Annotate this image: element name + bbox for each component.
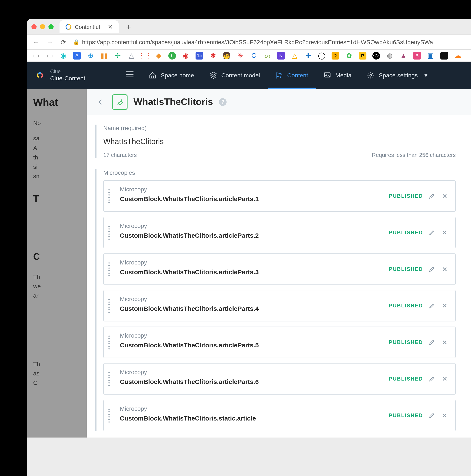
edit-icon[interactable] bbox=[428, 192, 436, 200]
nav-content-model[interactable]: Content model bbox=[202, 62, 268, 89]
bookmark-icon[interactable]: ⊕ bbox=[87, 52, 94, 59]
name-input[interactable] bbox=[103, 136, 456, 149]
drag-handle-icon[interactable] bbox=[104, 217, 114, 248]
bookmark-icon[interactable]: </> bbox=[372, 52, 380, 59]
microcopy-item[interactable]: MicrocopyCustomBlock.WhatIsTheClitoris.s… bbox=[103, 400, 456, 431]
space-switcher[interactable]: Clue Clue-Content bbox=[27, 62, 141, 89]
remove-icon[interactable] bbox=[441, 339, 449, 346]
edit-icon[interactable] bbox=[428, 412, 436, 419]
bookmark-icon[interactable]: ✚ bbox=[304, 52, 312, 59]
bookmark-icon[interactable]: P bbox=[359, 52, 366, 59]
edit-icon[interactable] bbox=[428, 302, 436, 309]
field-label: Name (required) bbox=[103, 125, 456, 131]
bookmark-icon[interactable]: ▭ bbox=[32, 52, 40, 59]
microcopy-item[interactable]: MicrocopyCustomBlock.WhatIsTheClitoris.a… bbox=[103, 290, 456, 322]
microcopy-item[interactable]: MicrocopyCustomBlock.WhatIsTheClitoris.a… bbox=[103, 217, 456, 248]
bookmark-icon[interactable] bbox=[440, 52, 448, 59]
bookmark-icon[interactable]: ᔕ bbox=[264, 52, 271, 59]
drag-handle-icon[interactable] bbox=[104, 327, 114, 357]
bookmark-icon[interactable]: ☁ bbox=[454, 52, 462, 59]
chevron-down-icon: ▾ bbox=[424, 72, 427, 79]
bookmark-icon[interactable]: ▲ bbox=[400, 52, 407, 59]
bookmark-icon[interactable]: ◉ bbox=[182, 52, 190, 59]
remove-icon[interactable] bbox=[441, 265, 449, 273]
help-icon[interactable]: ? bbox=[219, 98, 227, 106]
bookmark-icon[interactable]: ▮▮ bbox=[100, 52, 108, 59]
back-button[interactable]: ← bbox=[32, 38, 40, 46]
browser-window: Contentful ✕ ＋ ← → ⟳ 🔒 https://app.conte… bbox=[27, 19, 471, 476]
remove-icon[interactable] bbox=[441, 192, 449, 200]
microcopy-type-label: Microcopy bbox=[120, 186, 383, 193]
address-bar[interactable]: 🔒 https://app.contentful.com/spaces/juau… bbox=[73, 39, 466, 46]
microcopy-actions: PUBLISHED bbox=[389, 181, 455, 211]
maximize-window-button[interactable] bbox=[49, 24, 53, 29]
minimize-window-button[interactable] bbox=[40, 24, 45, 29]
microcopy-main: MicrocopyCustomBlock.WhatIsTheClitoris.s… bbox=[114, 400, 389, 431]
panel-header: WhatIsTheClitoris ? bbox=[87, 89, 471, 115]
status-badge: PUBLISHED bbox=[389, 266, 423, 272]
bookmark-icon[interactable]: ✱ bbox=[209, 52, 217, 59]
drag-handle-icon[interactable] bbox=[104, 290, 114, 321]
bookmark-icon[interactable]: ◆ bbox=[155, 52, 162, 59]
microcopy-item[interactable]: MicrocopyCustomBlock.WhatIsTheClitoris.a… bbox=[103, 254, 456, 285]
bookmark-icon[interactable]: △ bbox=[291, 52, 298, 59]
remove-icon[interactable] bbox=[441, 302, 449, 309]
microcopy-type-label: Microcopy bbox=[120, 222, 383, 229]
bookmark-icon[interactable]: 🧑 bbox=[223, 52, 230, 59]
microcopy-key: CustomBlock.WhatIsTheClitoris.articlePar… bbox=[120, 195, 383, 202]
edit-icon[interactable] bbox=[428, 265, 436, 273]
edit-icon[interactable] bbox=[428, 375, 436, 383]
status-badge: PUBLISHED bbox=[389, 339, 423, 345]
microcopy-key: CustomBlock.WhatIsTheClitoris.static.art… bbox=[120, 415, 383, 422]
bookmark-icon[interactable]: ◯ bbox=[318, 52, 326, 59]
nav-space-home[interactable]: Space home bbox=[141, 62, 202, 89]
modal-backdrop[interactable] bbox=[27, 89, 87, 438]
bookmark-icon[interactable]: ▭ bbox=[46, 52, 53, 59]
nav-media[interactable]: Media bbox=[316, 62, 359, 89]
bookmark-icon[interactable]: ◉ bbox=[60, 52, 67, 59]
bookmark-icon[interactable]: B bbox=[413, 52, 421, 59]
bookmark-icon[interactable]: 15 bbox=[196, 52, 203, 59]
remove-icon[interactable] bbox=[441, 375, 449, 383]
bookmark-icon[interactable]: b bbox=[168, 52, 176, 59]
edit-icon[interactable] bbox=[428, 229, 436, 237]
microcopy-item[interactable]: MicrocopyCustomBlock.WhatIsTheClitoris.a… bbox=[103, 326, 456, 358]
back-button[interactable] bbox=[94, 96, 106, 108]
drag-handle-icon[interactable] bbox=[104, 400, 114, 431]
bookmark-icon[interactable]: ✢ bbox=[114, 52, 122, 59]
close-window-button[interactable] bbox=[32, 24, 36, 29]
entry-title: WhatIsTheClitoris bbox=[134, 96, 213, 107]
microcopy-actions: PUBLISHED bbox=[389, 217, 455, 248]
remove-icon[interactable] bbox=[441, 412, 449, 419]
forward-button[interactable]: → bbox=[46, 38, 53, 46]
bookmark-icon[interactable]: N bbox=[277, 52, 285, 59]
drag-handle-icon[interactable] bbox=[104, 181, 114, 211]
bookmark-icon[interactable]: ▣ bbox=[427, 52, 435, 59]
nav-space-settings[interactable]: Space settings ▾ bbox=[359, 62, 435, 89]
drag-handle-icon[interactable] bbox=[104, 254, 114, 285]
bookmark-icon[interactable]: A bbox=[73, 52, 81, 59]
remove-icon[interactable] bbox=[441, 229, 449, 237]
edit-icon[interactable] bbox=[428, 339, 436, 346]
browser-tab[interactable]: Contentful ✕ bbox=[60, 20, 119, 33]
bookmark-icon[interactable]: ? bbox=[332, 52, 339, 59]
bookmark-icon[interactable]: ✿ bbox=[345, 52, 353, 59]
microcopy-actions: PUBLISHED bbox=[389, 327, 455, 357]
reload-button[interactable]: ⟳ bbox=[60, 38, 67, 46]
nav-content[interactable]: Content bbox=[268, 62, 316, 89]
bookmark-icon[interactable]: ◍ bbox=[386, 52, 394, 59]
menu-icon[interactable] bbox=[126, 71, 134, 79]
microcopy-item[interactable]: MicrocopyCustomBlock.WhatIsTheClitoris.a… bbox=[103, 363, 456, 395]
microcopy-type-label: Microcopy bbox=[120, 405, 383, 412]
close-tab-button[interactable]: ✕ bbox=[108, 23, 113, 30]
bookmark-icon[interactable]: C bbox=[250, 52, 258, 59]
bookmark-icon[interactable]: △ bbox=[128, 52, 135, 59]
bookmark-icon[interactable]: ⋮⋮ bbox=[141, 52, 149, 59]
app-navbar: Clue Clue-Content Space home Content mod… bbox=[27, 62, 471, 89]
bookmark-icon[interactable]: ✳ bbox=[236, 52, 244, 59]
microcopies-field: Microcopies MicrocopyCustomBlock.WhatIsT… bbox=[95, 169, 456, 431]
drag-handle-icon[interactable] bbox=[104, 364, 114, 394]
new-tab-button[interactable]: ＋ bbox=[125, 22, 133, 32]
microcopy-item[interactable]: MicrocopyCustomBlock.WhatIsTheClitoris.a… bbox=[103, 180, 456, 212]
browser-toolbar: ← → ⟳ 🔒 https://app.contentful.com/space… bbox=[27, 34, 471, 50]
